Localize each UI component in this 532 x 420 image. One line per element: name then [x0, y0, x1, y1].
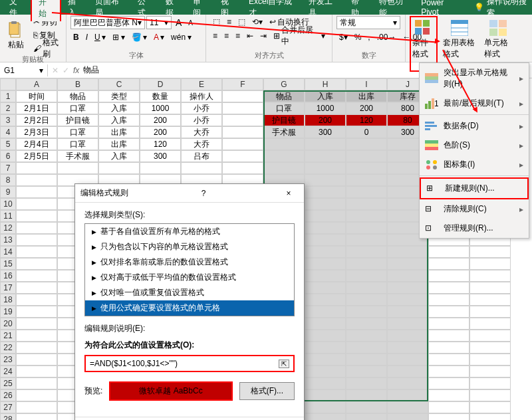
cell[interactable]: [428, 366, 469, 377]
cell[interactable]: [222, 126, 263, 138]
cell[interactable]: 1000: [140, 102, 181, 114]
cell[interactable]: [181, 162, 222, 174]
cell[interactable]: [469, 246, 511, 258]
row-header[interactable]: 14: [0, 246, 16, 258]
row-header[interactable]: 21: [0, 330, 16, 342]
cell[interactable]: [222, 90, 263, 102]
cell[interactable]: 小乔: [181, 102, 222, 114]
row-header[interactable]: 12: [0, 222, 16, 234]
format-painter-button[interactable]: 🖌格式刷: [31, 43, 62, 54]
cell[interactable]: [305, 354, 346, 366]
cell[interactable]: [387, 330, 428, 342]
cell[interactable]: [16, 282, 57, 294]
cell[interactable]: [469, 330, 511, 342]
cf-manage-rules[interactable]: ⊡管理规则(R)...: [420, 219, 529, 238]
cell[interactable]: 口罩: [57, 138, 98, 150]
cell[interactable]: [305, 174, 346, 186]
cell[interactable]: [428, 401, 469, 413]
cell[interactable]: [305, 222, 346, 234]
cell[interactable]: [387, 318, 428, 330]
cell[interactable]: [305, 162, 346, 174]
cell[interactable]: [469, 318, 511, 330]
cell[interactable]: [16, 318, 57, 330]
cell[interactable]: [428, 413, 469, 420]
paste-button[interactable]: 粘贴: [4, 16, 28, 54]
cf-color-scales[interactable]: 色阶(S)▸: [420, 136, 529, 155]
cell[interactable]: [346, 318, 387, 330]
cell[interactable]: [16, 210, 57, 222]
rule-type-option[interactable]: 只为包含以下内容的单元格设置格式: [85, 239, 294, 255]
cell[interactable]: [16, 294, 57, 306]
dialog-titlebar[interactable]: 编辑格式规则 ? ×: [75, 184, 304, 203]
cell[interactable]: 手术服: [263, 126, 305, 138]
cell[interactable]: [16, 258, 57, 270]
cell[interactable]: [16, 234, 57, 246]
cell[interactable]: [16, 222, 57, 234]
row-header[interactable]: 7: [0, 162, 16, 174]
align-left-button[interactable]: ≡: [210, 30, 220, 42]
row-header[interactable]: 26: [0, 389, 16, 401]
cell[interactable]: [469, 401, 511, 413]
cell[interactable]: [387, 389, 428, 401]
cell[interactable]: [16, 330, 57, 342]
col-header[interactable]: H: [305, 78, 346, 90]
cell[interactable]: [305, 342, 346, 354]
font-size-dropdown[interactable]: 11▾: [146, 16, 172, 29]
row-header[interactable]: 25: [0, 377, 16, 389]
italic-button[interactable]: I: [83, 31, 90, 43]
cell[interactable]: [305, 401, 346, 413]
cell[interactable]: [16, 174, 57, 186]
cell[interactable]: [346, 413, 387, 420]
cell[interactable]: 1000: [305, 102, 346, 114]
row-header[interactable]: 6: [0, 150, 16, 162]
row-header[interactable]: 19: [0, 306, 16, 318]
cell[interactable]: [263, 150, 305, 162]
cell[interactable]: [469, 270, 511, 282]
cell[interactable]: [428, 354, 469, 366]
cell[interactable]: [346, 210, 387, 222]
row-header[interactable]: 28: [0, 413, 16, 420]
cell[interactable]: [346, 174, 387, 186]
cell[interactable]: 护目镜: [263, 114, 305, 126]
cell[interactable]: [57, 162, 98, 174]
cf-clear-rules[interactable]: ⊟清除规则(C)▸: [420, 199, 529, 219]
cell[interactable]: [387, 401, 428, 413]
cell[interactable]: [387, 413, 428, 420]
cell[interactable]: [305, 210, 346, 222]
cell[interactable]: [305, 282, 346, 294]
align-right-button[interactable]: ≡: [233, 30, 243, 42]
row-header[interactable]: 2: [0, 102, 16, 114]
cell[interactable]: [469, 258, 511, 270]
cell[interactable]: [16, 162, 57, 174]
cell[interactable]: [16, 413, 57, 420]
cell[interactable]: [16, 306, 57, 318]
cell[interactable]: [16, 354, 57, 366]
rule-type-option[interactable]: 使用公式确定要设置格式的单元格: [85, 300, 294, 316]
align-center-button[interactable]: ≡: [221, 30, 231, 42]
cell[interactable]: [346, 234, 387, 246]
cell[interactable]: 200: [305, 114, 346, 126]
cell[interactable]: 2月2日: [16, 114, 57, 126]
row-header[interactable]: 3: [0, 114, 16, 126]
cell[interactable]: [469, 366, 511, 377]
cell[interactable]: 200: [140, 126, 181, 138]
cell[interactable]: [346, 306, 387, 318]
col-header[interactable]: F: [222, 78, 263, 90]
orientation-button[interactable]: ⟲▾: [249, 16, 265, 28]
fx-icon[interactable]: fx: [73, 66, 79, 75]
cell[interactable]: 出库: [98, 126, 140, 138]
format-button[interactable]: 格式(F)...: [239, 382, 295, 400]
cf-highlight-rules[interactable]: 突出显示单元格规则(H)▸: [420, 63, 529, 94]
cell[interactable]: 口罩: [263, 102, 305, 114]
cell[interactable]: [16, 246, 57, 258]
cell[interactable]: [469, 389, 511, 401]
cell[interactable]: [428, 294, 469, 306]
cell[interactable]: [469, 377, 511, 389]
row-header[interactable]: 11: [0, 210, 16, 222]
bold-button[interactable]: B: [70, 31, 82, 43]
cell[interactable]: 吕布: [181, 150, 222, 162]
cell[interactable]: [346, 342, 387, 354]
cell[interactable]: [16, 198, 57, 210]
fill-color-button[interactable]: 🪣▾: [129, 31, 150, 43]
row-header[interactable]: 24: [0, 366, 16, 377]
